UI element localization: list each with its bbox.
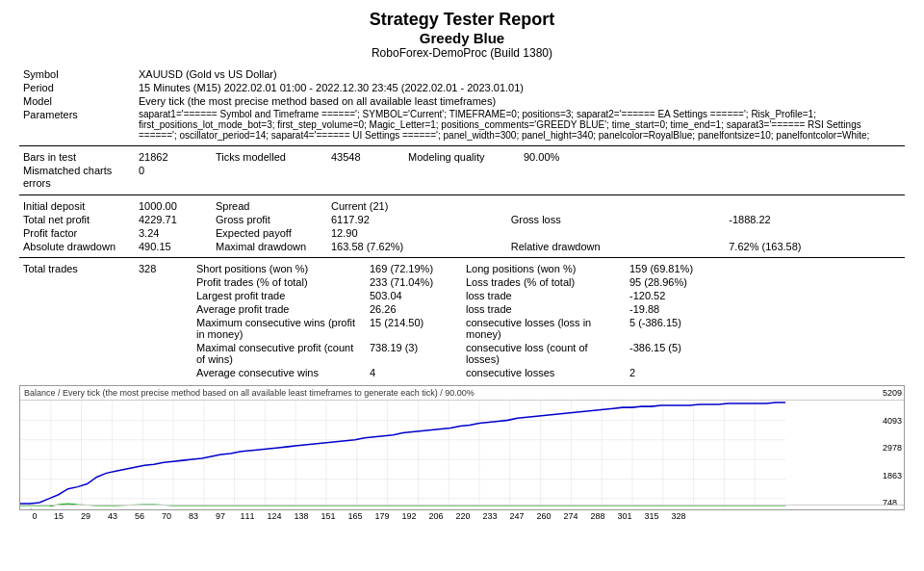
abs-drawdown-label: Absolute drawdown bbox=[19, 240, 135, 253]
max-consec-losses-label: consecutive losses (loss in money) bbox=[462, 316, 626, 341]
spread-value: Current (21) bbox=[327, 199, 905, 213]
drawdown-row: Absolute drawdown 490.15 Maximal drawdow… bbox=[19, 240, 905, 253]
chart-svg bbox=[20, 401, 785, 506]
y-label-1: 5209 bbox=[883, 388, 902, 398]
x-label-138: 138 bbox=[288, 511, 315, 521]
symbol-value: XAUUSD (Gold vs US Dollar) bbox=[135, 67, 905, 81]
initial-deposit-label: Initial deposit bbox=[19, 199, 135, 213]
period-value: 15 Minutes (M15) 2022.02.01 01:00 - 2022… bbox=[135, 81, 905, 94]
period-row: Period 15 Minutes (M15) 2022.02.01 01:00… bbox=[19, 81, 905, 94]
bars-label: Bars in test bbox=[19, 150, 135, 164]
balance-chart: Balance / Every tick (the most precise m… bbox=[19, 385, 905, 510]
total-trades-row: Total trades 328 Short positions (won %)… bbox=[19, 262, 905, 275]
avg-consec-losses-value: 2 bbox=[626, 366, 905, 379]
profit-trades-label: Profit trades (% of total) bbox=[192, 275, 366, 289]
info-table: Symbol XAUUSD (Gold vs US Dollar) Period… bbox=[19, 67, 905, 142]
ticks-label: Ticks modelled bbox=[212, 150, 327, 164]
bars-row: Bars in test 21862 Ticks modelled 43548 … bbox=[19, 150, 905, 164]
x-label-288: 288 bbox=[584, 511, 611, 521]
y-label-3: 2978 bbox=[883, 443, 902, 453]
x-label-43: 43 bbox=[99, 511, 126, 521]
short-pos-value: 169 (72.19%) bbox=[366, 262, 462, 275]
trade-stats-table: Total trades 328 Short positions (won %)… bbox=[19, 262, 905, 379]
avg-loss-value: -19.88 bbox=[626, 302, 905, 316]
largest-profit-label: Largest profit trade bbox=[192, 289, 366, 302]
rel-drawdown-label: Relative drawdown bbox=[507, 240, 726, 253]
x-label-83: 83 bbox=[180, 511, 207, 521]
avg-profit-value: 26.26 bbox=[366, 302, 462, 316]
average-trade-row: Average profit trade 26.26 loss trade -1… bbox=[19, 302, 905, 316]
financial-stats-table: Initial deposit 1000.00 Spread Current (… bbox=[19, 199, 905, 253]
gross-loss-value: -1888.22 bbox=[725, 213, 905, 226]
x-label-165: 165 bbox=[342, 511, 369, 521]
x-label-0: 0 bbox=[24, 511, 45, 521]
y-label-4: 1863 bbox=[883, 471, 902, 480]
short-pos-label: Short positions (won %) bbox=[192, 262, 366, 275]
net-profit-row: Total net profit 4229.71 Gross profit 61… bbox=[19, 213, 905, 226]
ticks-value: 43548 bbox=[327, 150, 404, 164]
profit-factor-label: Profit factor bbox=[19, 226, 135, 240]
x-label-274: 274 bbox=[557, 511, 584, 521]
total-trades-label: Total trades bbox=[19, 262, 135, 275]
modeling-value: 90.00% bbox=[520, 150, 905, 164]
largest-loss-value: -120.52 bbox=[626, 289, 905, 302]
bars-value: 21862 bbox=[135, 150, 212, 164]
max-drawdown-label: Maximal drawdown bbox=[212, 240, 327, 253]
max-consec-wins-value: 15 (214.50) bbox=[366, 316, 462, 341]
test-info-table: Bars in test 21862 Ticks modelled 43548 … bbox=[19, 150, 905, 191]
x-label-301: 301 bbox=[611, 511, 638, 521]
x-label-247: 247 bbox=[503, 511, 530, 521]
chart-label: Balance / Every tick (the most precise m… bbox=[20, 386, 904, 401]
long-pos-label: Long positions (won %) bbox=[462, 262, 626, 275]
x-label-56: 56 bbox=[126, 511, 153, 521]
x-axis-labels: 0 15 29 43 56 70 83 97 111 124 138 151 1… bbox=[19, 511, 905, 521]
x-label-124: 124 bbox=[261, 511, 288, 521]
maximal-consec-profit-label: Maximal consecutive profit (count of win… bbox=[192, 341, 366, 366]
x-label-15: 15 bbox=[45, 511, 72, 521]
avg-consec-wins-value: 4 bbox=[366, 366, 462, 379]
chart-y-labels: 5209 4093 2978 1863 748 bbox=[883, 386, 902, 509]
report-build: RoboForex-DemoProc (Build 1380) bbox=[19, 46, 905, 60]
modeling-label: Modeling quality bbox=[404, 150, 520, 164]
x-label-260: 260 bbox=[530, 511, 557, 521]
expected-payoff-value: 12.90 bbox=[327, 226, 507, 240]
params-row: Parameters saparat1='====== Symbol and T… bbox=[19, 108, 905, 142]
long-pos-value: 159 (69.81%) bbox=[626, 262, 905, 275]
largest-profit-value: 503.04 bbox=[366, 289, 462, 302]
initial-deposit-row: Initial deposit 1000.00 Spread Current (… bbox=[19, 199, 905, 213]
size-label: Size bbox=[24, 507, 41, 510]
gross-profit-label: Gross profit bbox=[212, 213, 327, 226]
avg-consec-row: Average consecutive wins 4 consecutive l… bbox=[19, 366, 905, 379]
maximal-consec-profit-value: 738.19 (3) bbox=[366, 341, 462, 366]
x-label-315: 315 bbox=[638, 511, 665, 521]
y-label-2: 4093 bbox=[883, 416, 902, 426]
x-label-179: 179 bbox=[369, 511, 396, 521]
report-title: Strategy Tester Report bbox=[19, 10, 905, 30]
gross-loss-label: Gross loss bbox=[507, 213, 726, 226]
symbol-label: Symbol bbox=[19, 67, 135, 81]
x-label-220: 220 bbox=[449, 511, 476, 521]
params-value: saparat1='====== Symbol and Timeframe ==… bbox=[135, 108, 905, 142]
largest-trade-row: Largest profit trade 503.04 loss trade -… bbox=[19, 289, 905, 302]
x-label-233: 233 bbox=[476, 511, 503, 521]
loss-trades-label: Loss trades (% of total) bbox=[462, 275, 626, 289]
maximal-consec-row: Maximal consecutive profit (count of win… bbox=[19, 341, 905, 366]
size-area: Size bbox=[20, 505, 904, 510]
initial-deposit-value: 1000.00 bbox=[135, 199, 212, 213]
x-label-97: 97 bbox=[207, 511, 234, 521]
max-consec-wins-label: Maximum consecutive wins (profit in mone… bbox=[192, 316, 366, 341]
mismatched-value: 0 bbox=[135, 164, 212, 191]
spread-label: Spread bbox=[212, 199, 327, 213]
x-label-70: 70 bbox=[153, 511, 180, 521]
x-label-111: 111 bbox=[234, 511, 261, 521]
net-profit-value: 4229.71 bbox=[135, 213, 212, 226]
report-header: Strategy Tester Report Greedy Blue RoboF… bbox=[19, 10, 905, 60]
mismatched-row: Mismatched charts errors 0 bbox=[19, 164, 905, 191]
loss-trades-value: 95 (28.96%) bbox=[626, 275, 905, 289]
profit-loss-trades-row: Profit trades (% of total) 233 (71.04%) … bbox=[19, 275, 905, 289]
symbol-row: Symbol XAUUSD (Gold vs US Dollar) bbox=[19, 67, 905, 81]
max-drawdown-value: 163.58 (7.62%) bbox=[327, 240, 507, 253]
avg-consec-wins-label: Average consecutive wins bbox=[192, 366, 366, 379]
profit-factor-value: 3.24 bbox=[135, 226, 212, 240]
model-label: Model bbox=[19, 94, 135, 108]
